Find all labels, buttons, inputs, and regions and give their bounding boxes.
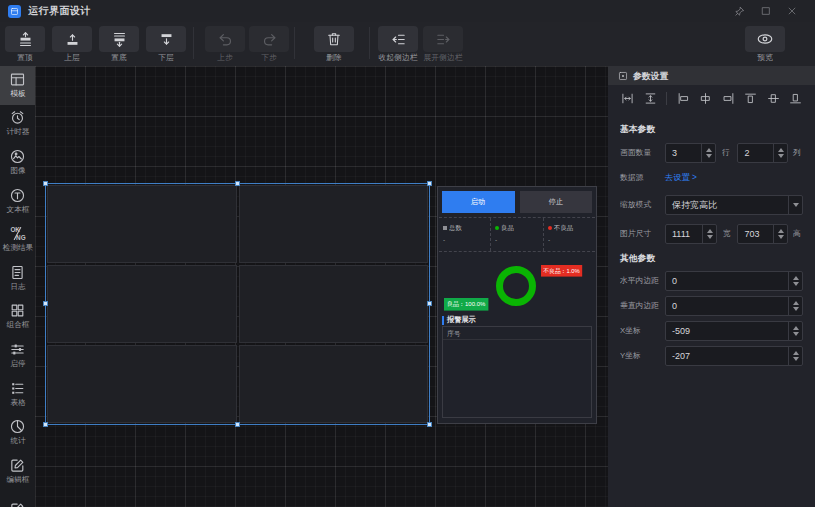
expand-sidebar-icon — [435, 31, 452, 48]
rows-stepper[interactable]: 3 — [665, 143, 716, 163]
y-coord-arrows[interactable] — [788, 347, 802, 365]
app-icon — [8, 5, 21, 18]
collapse-sidebar-button[interactable]: 收起侧边栏 — [378, 26, 418, 65]
template-grid — [47, 185, 428, 423]
move-up-layer-icon — [64, 31, 81, 48]
image-width-arrows[interactable] — [702, 225, 716, 243]
edit-icon — [9, 501, 26, 507]
data-source-link[interactable]: 去设置 > — [665, 172, 697, 183]
rate-ring — [496, 266, 536, 306]
start-button[interactable]: 启动 — [442, 191, 515, 213]
stretch-vertical-icon[interactable] — [644, 92, 657, 105]
send-to-back-icon — [111, 31, 128, 48]
undo-button[interactable]: 上步 — [205, 26, 245, 65]
dashboard-widget[interactable]: 启动 停止 总数 - 良品 - 不良品 - 不良品：1.0% 良品：100.0%… — [437, 186, 597, 424]
stat-total: 总数 - — [439, 218, 490, 251]
send-to-back-button[interactable]: 置底 — [99, 26, 139, 65]
alignment-toolbar — [608, 85, 815, 112]
expand-sidebar-button[interactable]: 展开侧边栏 — [423, 26, 463, 65]
image-size-row: 图片尺寸 1111 宽 703 高 — [620, 224, 803, 244]
resize-handle-e[interactable] — [427, 301, 432, 306]
dashboard-stats: 总数 - 良品 - 不良品 - — [439, 217, 595, 252]
sliders-icon — [9, 341, 26, 358]
alignment-separator — [666, 92, 667, 105]
sidebar-item-editbox[interactable]: 编辑框 — [0, 452, 35, 491]
parameter-panel-title: 参数设置 — [633, 69, 668, 81]
pin-icon[interactable] — [734, 6, 745, 17]
cols-stepper-arrows[interactable] — [773, 144, 787, 162]
image-icon — [9, 148, 26, 165]
stop-button[interactable]: 停止 — [520, 191, 593, 213]
h-padding-stepper[interactable]: 0 — [665, 271, 803, 291]
collapse-sidebar-icon — [390, 31, 407, 48]
component-sidebar: 模板 计时器 图像 文本框 OKNG 检测结果 日志 组合框 启停 表格 统计 … — [0, 66, 35, 507]
align-right-icon[interactable] — [722, 92, 735, 105]
align-bottom-icon[interactable] — [789, 92, 802, 105]
scale-mode-select[interactable]: 保持宽高比 — [665, 195, 803, 215]
sidebar-item-table[interactable]: 表格 — [0, 375, 35, 414]
v-padding-arrows[interactable] — [788, 297, 802, 315]
preview-button[interactable]: 预览 — [745, 26, 785, 65]
table-header-serial: 序号 — [443, 327, 591, 340]
redo-button[interactable]: 下步 — [249, 26, 289, 65]
sidebar-item-combobox[interactable]: 组合框 — [0, 298, 35, 337]
align-middle-vertical-icon[interactable] — [767, 92, 780, 105]
maximize-icon[interactable] — [761, 6, 771, 16]
stretch-horizontal-icon[interactable] — [621, 92, 634, 105]
sidebar-item-statistics[interactable]: 统计 — [0, 413, 35, 452]
eye-icon — [756, 30, 774, 48]
x-coord-arrows[interactable] — [788, 322, 802, 340]
redo-icon — [261, 31, 278, 48]
scale-mode-chevron[interactable] — [788, 196, 802, 214]
design-canvas[interactable]: 启动 停止 总数 - 良品 - 不良品 - 不良品：1.0% 良品：100.0%… — [35, 66, 608, 507]
align-left-icon[interactable] — [677, 92, 690, 105]
sidebar-item-timer[interactable]: 计时器 — [0, 105, 35, 144]
close-icon[interactable] — [787, 6, 797, 16]
move-up-layer-button[interactable]: 上层 — [52, 26, 92, 65]
sidebar-item-start-stop[interactable]: 启停 — [0, 336, 35, 375]
image-width-stepper[interactable]: 1111 — [665, 224, 717, 244]
delete-button[interactable]: 删除 — [314, 26, 354, 65]
selected-template-widget[interactable] — [45, 183, 430, 425]
pie-chart-icon — [9, 418, 26, 435]
sidebar-item-detect-result[interactable]: OKNG 检测结果 — [0, 220, 35, 259]
toolbar: 置顶 上层 置底 下层 上步 下步 删除 收起侧边栏 展开侧边栏 预览 — [0, 22, 815, 66]
bring-to-front-button[interactable]: 置顶 — [5, 26, 45, 65]
sidebar-item-log[interactable]: 日志 — [0, 259, 35, 298]
v-padding-stepper[interactable]: 0 — [665, 296, 803, 316]
window-title: 运行界面设计 — [28, 4, 91, 18]
image-height-stepper[interactable]: 703 — [737, 224, 788, 244]
cols-stepper[interactable]: 2 — [737, 143, 788, 163]
resize-handle-sw[interactable] — [43, 422, 48, 427]
sidebar-item-textbox[interactable]: 文本框 — [0, 182, 35, 221]
parameter-panel: 参数设置 基本参数 画面数量 3 行 2 列 数据源 去设置 — [608, 66, 815, 507]
rows-stepper-arrows[interactable] — [701, 144, 715, 162]
align-center-horizontal-icon[interactable] — [699, 92, 712, 105]
image-height-arrows[interactable] — [773, 225, 787, 243]
resize-handle-s[interactable] — [235, 422, 240, 427]
resize-handle-nw[interactable] — [43, 181, 48, 186]
resize-handle-ne[interactable] — [427, 181, 432, 186]
align-top-icon[interactable] — [744, 92, 757, 105]
section-accent-bar — [442, 316, 444, 325]
template-cell — [239, 345, 429, 423]
scale-mode-row: 缩放模式 保持宽高比 — [620, 195, 803, 215]
image-width-unit: 宽 — [723, 229, 731, 240]
y-coord-stepper[interactable]: -207 — [665, 346, 803, 366]
sidebar-item-template[interactable]: 模板 — [0, 66, 35, 105]
toolbar-separator — [294, 27, 295, 59]
bring-to-front-icon — [17, 31, 34, 48]
section-other-params: 其他参数 — [620, 252, 781, 264]
sidebar-item-image[interactable]: 图像 — [0, 143, 35, 182]
template-cell — [47, 185, 237, 263]
h-padding-arrows[interactable] — [788, 272, 802, 290]
x-coord-stepper[interactable]: -509 — [665, 321, 803, 341]
image-size-label: 图片尺寸 — [620, 229, 655, 240]
resize-handle-se[interactable] — [427, 422, 432, 427]
resize-handle-w[interactable] — [43, 301, 48, 306]
sidebar-item-12[interactable] — [0, 491, 35, 507]
move-down-layer-button[interactable]: 下层 — [146, 26, 186, 65]
y-coord-label: Y坐标 — [620, 351, 655, 362]
data-source-label: 数据源 — [620, 173, 655, 184]
resize-handle-n[interactable] — [235, 181, 240, 186]
